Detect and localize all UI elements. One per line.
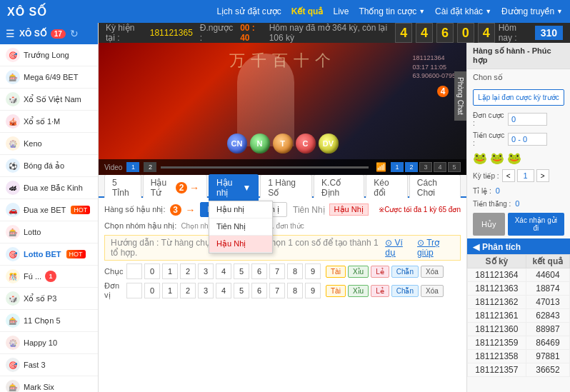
- donguoc-timer: 00 : 40: [240, 23, 262, 43]
- sidebar-item-happy10[interactable]: 🎡 Happy 10: [0, 332, 98, 354]
- chuc-3[interactable]: 3: [198, 263, 214, 279]
- sidebar-item-11chon5[interactable]: 🎰 11 Chọn 5: [0, 310, 98, 332]
- video-btn-2[interactable]: 2: [144, 162, 156, 172]
- donvi-tai[interactable]: Tài: [326, 285, 346, 297]
- animal-3[interactable]: 🐸: [507, 151, 521, 165]
- donvi-xiu[interactable]: Xỉu: [348, 285, 369, 297]
- tien-cuoc-input[interactable]: [508, 133, 547, 146]
- don-cuoc-input[interactable]: [508, 113, 547, 126]
- dropdown-item-tienmhi[interactable]: Tiên Nhị: [209, 218, 272, 236]
- chuc-le[interactable]: Lẻ: [371, 266, 389, 278]
- sidebar-refresh[interactable]: ↻: [70, 28, 79, 39]
- ky-next-btn[interactable]: >: [536, 169, 549, 182]
- huy-button[interactable]: Hủy: [473, 213, 505, 236]
- donvi-4[interactable]: 4: [216, 283, 231, 298]
- nav-duongtruyen[interactable]: Đường truyền▼: [501, 6, 563, 16]
- chuc-7[interactable]: 7: [269, 263, 285, 279]
- video-btn-1[interactable]: 1: [126, 162, 139, 172]
- analysis-ky: 181121361: [468, 309, 526, 323]
- sidebar-item-lotto[interactable]: 🎰 Lotto: [0, 221, 98, 243]
- repeat-btn[interactable]: Lặp lại đơn cược kỳ trước: [473, 89, 564, 106]
- donvi-7[interactable]: 7: [269, 283, 285, 298]
- tab-1hangso[interactable]: 1 Hàng Số: [260, 174, 312, 201]
- nav-results[interactable]: Kết quả: [291, 6, 324, 16]
- chuc-xiu[interactable]: Xỉu: [348, 266, 369, 278]
- menu-icon[interactable]: ☰: [6, 28, 15, 39]
- donvi-2[interactable]: 2: [180, 283, 196, 298]
- sidebar-item-lottobet[interactable]: 🎯 Lotto BET HOT: [0, 243, 98, 266]
- sidebar-item-keno[interactable]: 🎡 Keno: [0, 133, 98, 155]
- chuc-blank: [126, 263, 142, 279]
- sidebar-item-duaxebet[interactable]: 🚗 Đua xe BET HOT: [0, 199, 98, 221]
- donvi-6[interactable]: 6: [251, 283, 267, 298]
- chuc-1[interactable]: 1: [162, 263, 178, 279]
- trogiup-link[interactable]: ⊙ Trợ giúp: [417, 238, 454, 258]
- sidebar-item-bongda[interactable]: ⚽ Bóng đá ảo: [0, 155, 98, 177]
- tienthang-row: Tiền thắng : 0: [467, 197, 570, 210]
- chuc-6[interactable]: 6: [251, 263, 267, 279]
- chuc-5[interactable]: 5: [234, 263, 249, 279]
- xosop3-icon: 🎲: [6, 291, 20, 306]
- sidebar-item-fu[interactable]: 🎊 Fú ... 1: [0, 266, 98, 288]
- sidebar-badge: 17: [51, 29, 66, 39]
- tab-haunhi[interactable]: Hậu nhị ▼: [209, 174, 259, 201]
- tab-kcodinh[interactable]: K.Cố Định: [314, 174, 364, 201]
- sidebar-item-marksix[interactable]: 🎰 Mark Six: [0, 376, 98, 392]
- sidebar-item-xoso1m[interactable]: 🎪 Xổ số 1·M: [0, 111, 98, 133]
- ky-prev-btn[interactable]: <: [502, 169, 515, 182]
- donvi-chan[interactable]: Chẵn: [391, 285, 419, 297]
- donvi-xoa[interactable]: Xóa: [421, 285, 444, 297]
- dropdown-item-haunhi2[interactable]: Hậu Nhị: [209, 236, 272, 253]
- vid-step-btn-5[interactable]: 5: [448, 162, 461, 172]
- chuc-2[interactable]: 2: [180, 263, 196, 279]
- donvi-blank: [126, 283, 142, 298]
- vidu-link[interactable]: ⊙ Ví dụ: [385, 238, 413, 258]
- chuc-tai[interactable]: Tài: [326, 266, 346, 278]
- animal-1[interactable]: 🐸: [473, 151, 487, 165]
- chuc-8[interactable]: 8: [287, 263, 303, 279]
- donvi-9[interactable]: 9: [305, 283, 321, 298]
- donvi-5[interactable]: 5: [234, 283, 249, 298]
- happy10-label: Happy 10: [24, 338, 57, 347]
- mega-icon: 🎰: [6, 70, 20, 84]
- donvi-3[interactable]: 3: [198, 283, 214, 298]
- analysis-header[interactable]: ◀ Phân tích: [467, 240, 570, 254]
- main-layout: ☰ XÔ SỐ 17 ↻ 🎯 Trướng Long 🎰 Mega 6/49 B…: [0, 23, 570, 392]
- animal-2[interactable]: 🐸: [490, 151, 504, 165]
- donvi-0[interactable]: 0: [144, 283, 160, 298]
- nav-live[interactable]: Live: [333, 6, 349, 16]
- video-progress-bar[interactable]: [161, 166, 369, 169]
- donvi-label: Đơn vị: [104, 281, 124, 300]
- vid-step-btn-4[interactable]: 4: [434, 162, 446, 172]
- chuc-9[interactable]: 9: [305, 263, 321, 279]
- donvi-le[interactable]: Lẻ: [371, 285, 389, 297]
- tab-5tinh[interactable]: 5 Tỉnh: [104, 174, 141, 201]
- sidebar-item-xosop3[interactable]: 🎲 Xổ số P3: [0, 288, 98, 310]
- right-panel: Hàng số hành - Phúc hợp Chon số Lặp lại …: [466, 43, 570, 392]
- tab-hautu[interactable]: Hậu Tứ 2 →: [143, 174, 207, 201]
- sidebar-item-fast3[interactable]: 🎯 Fast 3: [0, 354, 98, 376]
- chuc-xoa[interactable]: Xóa: [421, 266, 444, 278]
- vid-step-btn-1[interactable]: 1: [391, 162, 404, 172]
- sidebar-item-truonglong[interactable]: 🎯 Trướng Long: [0, 44, 98, 66]
- tab-cachchoi[interactable]: Cách Chơi: [409, 174, 461, 201]
- sidebar-item-xosovn[interactable]: 🎲 Xổ Số Việt Nam: [0, 89, 98, 111]
- sidebar-item-duaxebk[interactable]: 🏎 Đua xe Bắc Kinh: [0, 177, 98, 199]
- vid-step-btn-3[interactable]: 3: [419, 162, 432, 172]
- donvi-1[interactable]: 1: [162, 283, 178, 298]
- phong-chat-tab[interactable]: Phòng Chat: [454, 71, 466, 121]
- nav-history[interactable]: Lịch sử đặt cược: [216, 6, 281, 16]
- sidebar-item-mega[interactable]: 🎰 Mega 6/49 BET: [0, 66, 98, 89]
- nav-thongtin[interactable]: Thống tin cược▼: [359, 6, 425, 16]
- dropdown-item-haunhi[interactable]: Hậu nhị: [209, 201, 272, 218]
- chuc-4[interactable]: 4: [216, 263, 231, 279]
- ky-value: 181121365: [150, 28, 193, 38]
- xosovn-icon: 🎲: [6, 92, 20, 106]
- chuc-0[interactable]: 0: [144, 263, 160, 279]
- tab-keodoi[interactable]: Kéo đổi: [366, 174, 408, 201]
- donvi-8[interactable]: 8: [287, 283, 303, 298]
- nav-caidat[interactable]: Cài đặt khác▼: [435, 6, 491, 16]
- xacnhan-button[interactable]: Xác nhận gửi đi: [508, 213, 564, 236]
- vid-step-btn-2[interactable]: 2: [405, 162, 418, 172]
- chuc-chan[interactable]: Chẵn: [391, 266, 419, 278]
